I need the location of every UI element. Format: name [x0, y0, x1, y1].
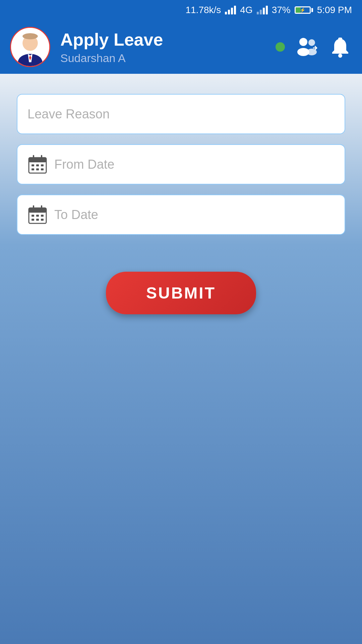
- battery-icon: ⚡: [295, 6, 313, 14]
- svg-rect-29: [32, 219, 34, 221]
- svg-rect-26: [32, 215, 34, 217]
- notification-button[interactable]: [328, 35, 352, 59]
- signal-4g-icon: [225, 6, 236, 14]
- svg-point-10: [338, 54, 342, 58]
- from-date-field[interactable]: [17, 144, 345, 184]
- switch-user-button[interactable]: [295, 35, 318, 59]
- page-title: Apply Leave: [60, 30, 265, 50]
- status-bar: 11.78k/s 4G 37% ⚡ 5:09 PM: [0, 0, 362, 20]
- svg-rect-21: [41, 168, 44, 170]
- online-status-dot: [276, 42, 285, 52]
- svg-rect-18: [41, 164, 44, 166]
- svg-rect-11: [338, 38, 342, 40]
- from-date-input[interactable]: [54, 157, 335, 172]
- leave-reason-input[interactable]: [27, 107, 335, 121]
- svg-rect-19: [32, 168, 34, 170]
- svg-rect-16: [32, 164, 34, 166]
- time-display: 5:09 PM: [317, 5, 352, 15]
- svg-point-5: [22, 33, 38, 39]
- svg-point-6: [299, 38, 307, 46]
- leave-reason-field[interactable]: [17, 94, 345, 134]
- calendar-icon-to: [27, 205, 48, 225]
- svg-point-8: [308, 39, 315, 46]
- network-type: 4G: [240, 5, 252, 15]
- svg-rect-20: [36, 168, 39, 170]
- signal-3g-icon: [257, 6, 268, 14]
- svg-rect-27: [36, 215, 39, 217]
- main-content: SUBMIT: [0, 74, 362, 644]
- submit-button-container: SUBMIT: [17, 272, 345, 314]
- svg-rect-13: [29, 158, 46, 162]
- svg-rect-30: [36, 219, 39, 221]
- leave-form: [17, 94, 345, 235]
- user-name: Sudarshan A: [60, 52, 265, 65]
- svg-rect-31: [41, 219, 44, 221]
- header-icons: [276, 35, 352, 59]
- to-date-input[interactable]: [54, 208, 335, 222]
- avatar: [10, 27, 50, 67]
- svg-rect-28: [41, 215, 44, 217]
- app-header: Apply Leave Sudarshan A: [0, 20, 362, 74]
- to-date-field[interactable]: [17, 195, 345, 235]
- svg-rect-17: [36, 164, 39, 166]
- submit-button[interactable]: SUBMIT: [106, 272, 256, 314]
- svg-rect-23: [29, 208, 46, 213]
- battery-percent: 37%: [272, 5, 291, 15]
- calendar-icon-from: [27, 154, 48, 174]
- header-text: Apply Leave Sudarshan A: [60, 30, 265, 65]
- network-speed: 11.78k/s: [185, 5, 221, 15]
